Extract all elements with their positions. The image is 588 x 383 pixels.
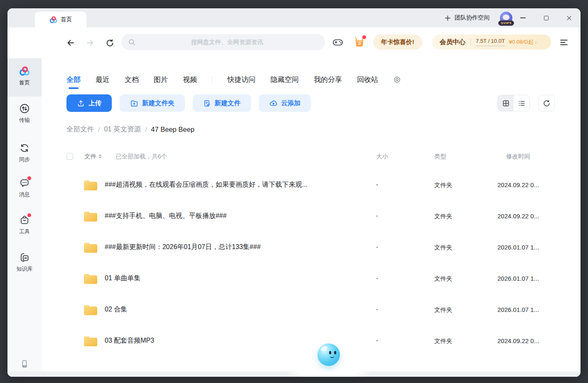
file-type: 文件夹 [434, 275, 453, 283]
tab-hidden-space[interactable]: 隐藏空间 [271, 75, 299, 84]
sidebar-item-tools[interactable]: 工具 [7, 212, 42, 238]
reload-icon[interactable] [104, 37, 116, 49]
table-row[interactable]: ###最新更新时间：2026年01月07日，总计133集### - 文件夹 20… [66, 232, 568, 263]
tab-videos[interactable]: 视频 [183, 75, 197, 84]
close-button[interactable] [564, 8, 574, 27]
home-logo-icon [19, 66, 30, 77]
search-bar[interactable] [121, 34, 325, 50]
tab-quick-access[interactable]: 快捷访问 [227, 75, 256, 84]
user-avatar[interactable]: SVIP5 [500, 8, 512, 27]
new-folder-button[interactable]: 新建文件夹 [120, 94, 185, 112]
tab-recycle-bin[interactable]: 回收站 [357, 75, 378, 84]
folder-plus-icon [130, 99, 138, 107]
size-column-header[interactable]: 大小 [376, 150, 388, 163]
new-file-button[interactable]: 新建文件 [193, 94, 251, 112]
folder-icon [83, 179, 98, 191]
modified-column-header[interactable]: 修改时间 [506, 150, 530, 163]
window-tab-strip: 首页 团队协作空间 SVIP5 [7, 8, 581, 27]
table-row[interactable]: 03 配套音频MP3 - 文件夹 2024.09.22 0... [66, 326, 568, 357]
breadcrumb-folder[interactable]: 01 英文资源 [104, 125, 141, 134]
folder-icon [83, 304, 98, 316]
search-icon [128, 38, 136, 46]
app-window: 首页 团队协作空间 SVIP5 [7, 8, 581, 377]
storage-meter: 7.5T / 10.0T [476, 38, 505, 47]
file-type: 文件夹 [434, 181, 453, 189]
file-column-header[interactable]: 文件 [84, 150, 102, 163]
sidebar-label-home: 首页 [19, 79, 30, 86]
team-space-label[interactable]: 团队协作空间 [455, 8, 490, 27]
sidebar: 首页 传输 同步 [7, 58, 42, 377]
tab-all[interactable]: 全部 [66, 75, 81, 84]
mobile-app-icon[interactable] [7, 359, 42, 368]
window-bottom-bar [7, 371, 581, 377]
main-menu-icon[interactable] [558, 37, 569, 48]
file-name[interactable]: 01 单曲单集 [105, 274, 140, 283]
file-name[interactable]: ###超清视频，在线观看会压缩画质，如果要画质好，请下载下来观... [105, 180, 308, 189]
sidebar-item-messages[interactable]: 消息 [7, 175, 42, 201]
add-team-space-icon[interactable] [443, 8, 453, 27]
file-size: - [376, 181, 378, 188]
toolbox-icon [19, 215, 30, 225]
table-row[interactable]: 02 合集 - 文件夹 2026.01.07 1... [66, 294, 568, 326]
sync-icon [19, 143, 30, 153]
minimize-button[interactable] [518, 8, 528, 27]
file-name[interactable]: ###最新更新时间：2026年01月07日，总计133集### [105, 243, 261, 252]
select-all-checkbox[interactable] [66, 153, 73, 160]
view-mode-toggle [497, 95, 530, 111]
tabs-more-target-icon[interactable] [393, 76, 401, 84]
transfer-icon [19, 103, 30, 114]
file-modified: 2026.01.07 1... [497, 275, 539, 282]
folder-icon [83, 241, 98, 254]
table-row[interactable]: ###支持手机、电脑、电视、平板播放### - 文件夹 2024.09.22 0… [66, 201, 568, 232]
file-modified: 2026.01.07 1... [497, 244, 539, 251]
chevron-right-icon: › [535, 39, 536, 45]
file-modified: 2024.09.22 0... [497, 337, 539, 344]
file-name[interactable]: ###支持手机、电脑、电视、平板播放### [105, 212, 226, 220]
folder-icon [83, 210, 98, 222]
forward-icon[interactable] [84, 37, 96, 49]
home-tab[interactable]: 首页 [35, 12, 86, 27]
sort-icon[interactable] [98, 154, 102, 158]
file-type: 文件夹 [434, 337, 453, 345]
tab-recent[interactable]: 最近 [96, 75, 110, 84]
maximize-button[interactable] [541, 8, 551, 27]
member-center-button[interactable]: 会员中心 7.5T / 10.0T ¥0.08/G起 › [432, 35, 551, 49]
messages-badge [27, 176, 31, 180]
tab-images[interactable]: 图片 [154, 75, 168, 84]
type-column-header[interactable]: 类型 [434, 150, 446, 163]
grid-view-button[interactable] [498, 95, 514, 111]
gift-bag-icon[interactable] [353, 35, 366, 49]
filter-tabs: 全部 最近 文档 图片 视频 快捷访问 隐藏空间 我的分享 回收站 [66, 70, 401, 89]
new-file-label: 新建文件 [215, 99, 241, 108]
refresh-list-button[interactable] [538, 95, 555, 111]
message-icon [19, 178, 30, 188]
sidebar-label-transfer: 传输 [19, 116, 30, 124]
game-center-icon[interactable] [332, 36, 344, 48]
tab-my-shares[interactable]: 我的分享 [314, 75, 342, 84]
file-type: 文件夹 [434, 306, 453, 314]
file-name[interactable]: 02 合集 [105, 305, 127, 314]
upload-button[interactable]: 上传 [66, 94, 112, 112]
breadcrumb-root[interactable]: 全部文件 [66, 125, 94, 134]
table-row[interactable]: ###超清视频，在线观看会压缩画质，如果要画质好，请下载下来观... - 文件夹… [66, 170, 568, 201]
file-size: - [376, 337, 378, 344]
annual-card-promo-button[interactable]: 年卡惊喜价! [373, 35, 422, 49]
tools-badge [27, 213, 31, 217]
search-input[interactable] [136, 34, 318, 50]
cloud-add-button[interactable]: 云添加 [259, 94, 311, 112]
sidebar-item-transfer[interactable]: 传输 [7, 101, 42, 126]
cloud-add-label: 云添加 [281, 99, 301, 108]
sidebar-item-knowledge-base[interactable]: AI 知识库 [7, 250, 42, 275]
sidebar-label-messages: 消息 [19, 191, 30, 198]
action-buttons: 上传 新建文件夹 新建文件 云添加 [66, 94, 311, 112]
file-name[interactable]: 03 配套音频MP3 [105, 336, 154, 345]
tab-documents[interactable]: 文档 [125, 75, 139, 84]
sidebar-item-home[interactable]: 首页 [7, 63, 42, 89]
back-icon[interactable] [65, 37, 76, 49]
file-pen-icon [203, 99, 211, 107]
sidebar-item-sync[interactable]: 同步 [7, 140, 42, 166]
table-row[interactable]: 01 单曲单集 - 文件夹 2026.01.07 1... [66, 263, 568, 294]
assistant-mascot[interactable] [317, 343, 340, 366]
toolbar: 年卡惊喜价! 会员中心 7.5T / 10.0T ¥0.08/G起 › [7, 27, 581, 58]
list-view-button[interactable] [514, 95, 529, 111]
